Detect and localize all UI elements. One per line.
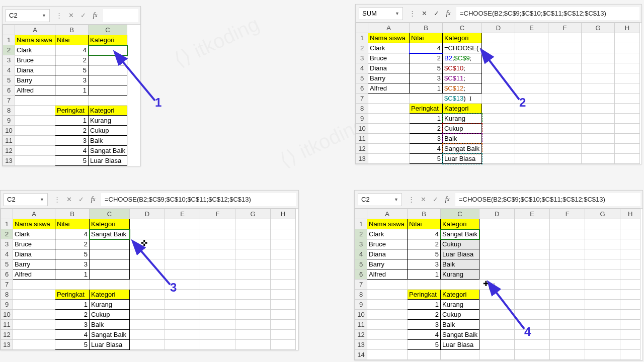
cell[interactable]: Barry (368, 73, 410, 83)
row-header[interactable]: 7 (355, 280, 367, 290)
col-header[interactable]: A (13, 209, 55, 219)
col-header[interactable]: A (15, 25, 55, 35)
cell[interactable]: Kurang (89, 116, 127, 126)
header-cell[interactable]: Nama siswa (15, 35, 55, 45)
col-header[interactable]: C (89, 25, 127, 35)
row-header[interactable]: 6 (1, 269, 13, 280)
row-header[interactable]: 2 (3, 45, 15, 55)
header-cell[interactable]: Nilai (55, 35, 89, 45)
name-box[interactable]: C2 ▼ (6, 9, 50, 22)
col-header[interactable]: G (582, 23, 615, 33)
cell[interactable]: Alfred (368, 83, 410, 94)
formula-input[interactable] (103, 9, 138, 22)
col-header[interactable]: C (90, 209, 130, 219)
cell[interactable]: 3 (410, 134, 443, 144)
row-header[interactable]: 13 (3, 156, 15, 166)
col-header[interactable]: D (482, 23, 515, 33)
cancel-icon[interactable]: ✕ (418, 194, 429, 205)
cell[interactable]: Kurang (443, 114, 482, 124)
fx-icon[interactable]: fx (90, 10, 101, 21)
row-header[interactable]: 13 (1, 340, 13, 350)
row-header[interactable]: 7 (1, 280, 13, 290)
row-header[interactable]: 4 (356, 63, 368, 73)
row-header[interactable]: 7 (356, 94, 368, 104)
col-header[interactable]: B (410, 23, 443, 33)
cell[interactable]: 5 (410, 63, 443, 73)
row-header[interactable]: 10 (356, 124, 368, 134)
row-header[interactable]: 3 (356, 53, 368, 63)
cell[interactable]: 4 (55, 146, 89, 156)
row-header[interactable]: 12 (355, 330, 367, 340)
col-header[interactable]: A (368, 23, 410, 33)
cell[interactable]: 5 (55, 156, 89, 166)
cell[interactable]: 3 (55, 136, 89, 146)
col-header[interactable]: C (443, 23, 482, 33)
selected-cell[interactable] (89, 45, 127, 55)
name-box[interactable]: C2 ▼ (4, 193, 48, 206)
cell[interactable] (89, 75, 127, 85)
row-header[interactable]: 10 (355, 310, 367, 320)
col-header[interactable]: E (515, 23, 548, 33)
row-header[interactable]: 11 (3, 136, 15, 146)
cell[interactable]: Sangat Baik (89, 146, 127, 156)
cell[interactable]: 2 (410, 124, 443, 134)
sheet-grid[interactable]: A B C D E F G H 1 Nama siswa Nilai Kateg… (356, 23, 640, 164)
col-header[interactable]: E (165, 209, 200, 219)
col-header[interactable]: F (548, 23, 582, 33)
row-header[interactable]: 12 (1, 330, 13, 340)
row-header[interactable]: 8 (355, 290, 367, 300)
cancel-icon[interactable]: ✕ (63, 194, 74, 205)
corner-cell[interactable] (356, 23, 368, 33)
cell[interactable]: Luar Biasa (89, 156, 127, 166)
col-header[interactable]: E (515, 209, 550, 219)
confirm-icon[interactable]: ✓ (430, 194, 441, 205)
col-header[interactable]: G (585, 209, 620, 219)
editing-cell[interactable]: =CHOOSE( (443, 43, 482, 53)
cell[interactable]: 3 (55, 75, 89, 85)
header-cell[interactable]: Peringkat (55, 106, 89, 116)
formula-input[interactable]: =CHOOSE(B2;$C$9;$C$10;$C$11;$C$12;$C$13) (101, 193, 296, 206)
row-header[interactable]: 10 (3, 126, 15, 136)
row-header[interactable]: 13 (356, 154, 368, 164)
row-header[interactable]: 2 (355, 229, 367, 239)
cell[interactable]: 1 (55, 85, 89, 96)
cell[interactable]: 5 (55, 65, 89, 75)
row-header[interactable]: 1 (356, 33, 368, 43)
formula-input[interactable]: =CHOOSE(B2;$C$9;$C$10;$C$11;$C$12;$C$13) (456, 7, 639, 20)
row-header[interactable]: 3 (355, 239, 367, 249)
header-cell[interactable]: Nilai (410, 33, 443, 43)
row-header[interactable]: 8 (3, 106, 15, 116)
row-header[interactable]: 5 (356, 73, 368, 83)
cell[interactable]: Bruce (368, 53, 410, 63)
corner-cell[interactable] (355, 209, 367, 219)
cell[interactable]: 4 (410, 43, 443, 53)
cell[interactable] (89, 55, 127, 65)
row-header[interactable]: 6 (3, 85, 15, 96)
cancel-icon[interactable]: ✕ (419, 8, 430, 19)
row-header[interactable]: 4 (1, 249, 13, 259)
cell[interactable]: Sangat Baik (443, 144, 482, 154)
row-header[interactable]: 9 (3, 116, 15, 126)
row-header[interactable]: 6 (355, 269, 367, 280)
sheet-grid[interactable]: A B C D E F G H 1 Nama siswa Nilai Kateg… (355, 209, 640, 360)
row-header[interactable]: 9 (1, 300, 13, 310)
cell[interactable]: Cukup (443, 124, 482, 134)
row-header[interactable]: 6 (356, 83, 368, 94)
cell[interactable] (89, 65, 127, 75)
name-box[interactable]: SUM ▼ (359, 7, 403, 20)
corner-cell[interactable] (1, 209, 13, 219)
cell[interactable]: Barry (15, 75, 55, 85)
fx-icon[interactable]: fx (443, 8, 454, 19)
cell[interactable]: Luar Biasa (443, 154, 482, 164)
cell[interactable]: Baik (443, 134, 482, 144)
row-header[interactable]: 1 (1, 219, 13, 229)
cell[interactable]: Baik (89, 136, 127, 146)
col-header[interactable]: B (408, 209, 441, 219)
col-header[interactable]: D (130, 209, 165, 219)
col-header[interactable]: F (550, 209, 585, 219)
cell[interactable]: Bruce (15, 55, 55, 65)
row-header[interactable]: 11 (1, 320, 13, 330)
selected-cell[interactable]: Sangat Baik (90, 229, 130, 239)
cell[interactable]: 4 (410, 144, 443, 154)
autofill-options-icon[interactable] (489, 284, 495, 290)
